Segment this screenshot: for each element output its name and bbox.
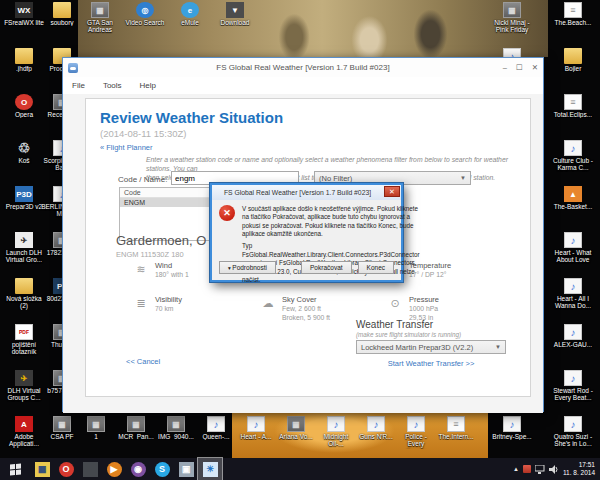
desktop-icon[interactable]: ▲ The-Basket...	[550, 186, 596, 228]
desktop-icon[interactable]: Heart - What About Love	[550, 232, 596, 274]
desktop-icon[interactable]: Police - Every Breath You...	[398, 416, 434, 458]
window-titlebar[interactable]: FS Global Real Weather [Version 1.7 Buil…	[63, 58, 543, 77]
desktop-icon-label: Police - Every Breath You...	[398, 433, 434, 449]
desktop-icon[interactable]: ALEX-GAU...	[550, 324, 596, 366]
desktop-icon-label: Queen-...	[198, 433, 234, 440]
desktop-icon-label: Guns N'R...	[358, 433, 394, 440]
desktop-icon-label: Midnight Oil-...	[318, 433, 354, 448]
start-button[interactable]	[0, 458, 30, 480]
desktop-icon[interactable]: Culture Club - Karma C...	[550, 140, 596, 182]
desktop-icon[interactable]: The.Beach...	[550, 2, 596, 44]
file-icon	[91, 2, 109, 18]
desktop-icon[interactable]: Britney-Spe...	[490, 416, 534, 458]
file-icon	[53, 416, 71, 432]
file-icon	[564, 278, 582, 294]
file-icon	[207, 416, 225, 432]
weather-transfer-note: (make sure flight simulator is running)	[356, 331, 461, 338]
file-icon	[367, 416, 385, 432]
app-icon: S	[155, 462, 170, 477]
taskbar-app-icon[interactable]: ▶	[102, 458, 126, 480]
taskbar-app-icon[interactable]: ☀	[198, 458, 222, 480]
desktop-icon[interactable]: MCR_Pan...	[118, 416, 154, 458]
desktop-icon[interactable]: ▼ Download	[213, 2, 257, 44]
app-icon: ▦	[35, 462, 50, 477]
desktop-icon[interactable]: ◎ Video Search	[123, 2, 167, 44]
desktop-icon-label: IMG_9040...	[158, 433, 194, 440]
desktop-icon[interactable]: Heart - A...	[238, 416, 274, 458]
app-icon: ◉	[131, 462, 146, 477]
weather-icon	[259, 295, 277, 329]
taskbar-clock[interactable]: 17:51 11. 8. 2014	[563, 461, 595, 477]
volume-icon[interactable]	[549, 465, 559, 474]
desktop-icon[interactable]: The.Intern...	[438, 416, 474, 458]
desktop-icon[interactable]: Midnight Oil-...	[318, 416, 354, 458]
desktop-bottom-row: 1 MCR_Pan... IMG_9040... Queen-... Heart…	[78, 416, 474, 458]
station-metar: ENGM 111530Z 180	[116, 250, 184, 259]
window-title: FS Global Real Weather [Version 1.7 Buil…	[63, 63, 543, 72]
file-icon: WX	[15, 2, 33, 18]
desktop-icon[interactable]: Guns N'R...	[358, 416, 394, 458]
taskbar-app-icon[interactable]: ▣	[174, 458, 198, 480]
taskbar-app-icon[interactable]: S	[150, 458, 174, 480]
file-icon	[564, 48, 582, 64]
file-icon	[564, 94, 582, 110]
desktop-icon[interactable]: e eMule	[168, 2, 212, 44]
taskbar-app-icon[interactable]: O	[54, 458, 78, 480]
desktop-icon-label: Culture Club - Karma C...	[550, 157, 596, 172]
file-icon: ◎	[136, 2, 154, 18]
file-icon: P3D	[15, 186, 33, 202]
dialog-titlebar[interactable]: FS Global Real Weather [Version 1.7 Buil…	[212, 185, 401, 200]
network-icon[interactable]	[535, 465, 545, 474]
desktop-icon-label: The-Basket...	[550, 203, 596, 210]
desktop-icon[interactable]: Total.Eclips...	[550, 94, 596, 136]
clock-date: 11. 8. 2014	[563, 469, 595, 477]
file-icon	[327, 416, 345, 432]
desktop-icon[interactable]: Ariana Vo...	[278, 416, 314, 458]
desktop-icon-label: Heart - What About Love	[550, 249, 596, 264]
details-button[interactable]: Podrobnosti	[219, 261, 276, 274]
taskbar-app-icon[interactable]: ◉	[126, 458, 150, 480]
taskbar-app-icon[interactable]: ▦	[30, 458, 54, 480]
start-weather-transfer-link[interactable]: Start Weather Transfer >>	[356, 359, 506, 368]
desktop-icon-label: Download	[213, 19, 257, 26]
menu-tools[interactable]: Tools	[103, 81, 122, 90]
chevron-down-icon: ▼	[460, 175, 466, 181]
file-icon	[564, 140, 582, 156]
dialog-close-button[interactable]: ✕	[384, 186, 400, 197]
taskbar-app-icon[interactable]	[78, 458, 102, 480]
app-icon	[83, 462, 98, 477]
code-name-label: Code / Name:	[118, 175, 167, 184]
desktop-icon[interactable]: Heart - All I Wanna Do...	[550, 278, 596, 320]
file-icon	[503, 2, 521, 18]
simulator-select[interactable]: Lockheed Martin Prepar3D (V2.2)▼	[356, 340, 506, 354]
dialog-message-1: V součásti aplikace došlo k neošetřené v…	[242, 205, 420, 238]
file-icon	[407, 416, 425, 432]
close-button[interactable]: ✕	[532, 63, 538, 72]
desktop-icon-label: Quatro Suzi - She's in Lo...	[550, 433, 596, 448]
desktop-icon[interactable]: Nicki Minaj - Pink Friday	[490, 2, 534, 44]
flight-planner-link[interactable]: « Flight Planner	[100, 143, 153, 152]
desktop-icon[interactable]: Quatro Suzi - She's in Lo...	[550, 416, 596, 458]
action-center-icon[interactable]	[523, 465, 531, 473]
menu-bar: File Tools Help	[63, 77, 543, 94]
desktop-icon[interactable]: GTA San Andreas	[78, 2, 122, 44]
tray-expand-icon[interactable]: ▲	[513, 466, 519, 472]
desktop-icon[interactable]: 1	[78, 416, 114, 458]
quit-button[interactable]: Konec	[358, 261, 394, 274]
desktop-icon-label: Bojler	[550, 65, 596, 72]
maximize-button[interactable]: ☐	[516, 63, 523, 72]
cancel-link[interactable]: << Cancel	[126, 357, 160, 366]
file-icon: ✈	[15, 370, 33, 386]
continue-button[interactable]: Pokračovat	[301, 261, 352, 274]
desktop-icon[interactable]: IMG_9040...	[158, 416, 194, 458]
menu-help[interactable]: Help	[140, 81, 156, 90]
minimize-button[interactable]: –	[503, 63, 507, 72]
desktop-icon[interactable]: Queen-...	[198, 416, 234, 458]
desktop-icon[interactable]: Bojler	[550, 48, 596, 90]
file-icon	[167, 416, 185, 432]
app-icon: ▣	[179, 462, 194, 477]
weather-icon	[132, 295, 150, 329]
desktop-icon[interactable]: Stewart Rod - Every Beat...	[550, 370, 596, 412]
file-icon	[564, 370, 582, 386]
menu-file[interactable]: File	[72, 81, 85, 90]
